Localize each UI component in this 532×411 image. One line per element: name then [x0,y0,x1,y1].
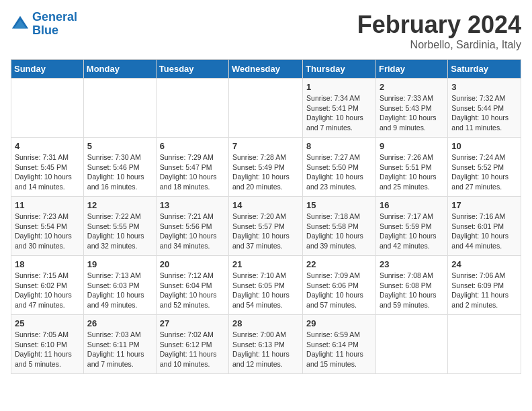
day-number: 12 [87,200,152,210]
day-info: Sunrise: 7:28 AMSunset: 5:49 PMDaylight:… [232,152,299,192]
header-friday: Friday [375,60,447,79]
week-row-0: 1Sunrise: 7:34 AMSunset: 5:41 PMDaylight… [11,79,521,138]
day-info: Sunrise: 7:22 AMSunset: 5:55 PMDaylight:… [87,212,152,251]
day-number: 29 [306,318,372,328]
day-info: Sunrise: 7:29 AMSunset: 5:47 PMDaylight:… [160,152,225,192]
day-info: Sunrise: 7:27 AMSunset: 5:50 PMDaylight:… [306,152,372,192]
day-info: Sunrise: 7:00 AMSunset: 6:13 PMDaylight:… [232,330,299,369]
day-number: 17 [451,200,517,210]
day-info: Sunrise: 7:03 AMSunset: 6:11 PMDaylight:… [87,330,152,369]
day-number: 7 [232,141,299,151]
day-number: 15 [306,200,372,210]
calendar-cell: 12Sunrise: 7:22 AMSunset: 5:55 PMDayligh… [83,197,156,256]
logo-text: General Blue [32,11,77,38]
calendar-header-row: SundayMondayTuesdayWednesdayThursdayFrid… [11,60,521,79]
calendar-table: SundayMondayTuesdayWednesdayThursdayFrid… [11,59,521,374]
day-info: Sunrise: 7:05 AMSunset: 6:10 PMDaylight:… [15,330,80,369]
calendar-body: 1Sunrise: 7:34 AMSunset: 5:41 PMDaylight… [11,79,521,374]
calendar-cell: 17Sunrise: 7:16 AMSunset: 6:01 PMDayligh… [448,197,521,256]
calendar-cell: 28Sunrise: 7:00 AMSunset: 6:13 PMDayligh… [229,315,303,374]
day-info: Sunrise: 7:30 AMSunset: 5:46 PMDaylight:… [87,152,152,192]
calendar-cell: 9Sunrise: 7:26 AMSunset: 5:51 PMDaylight… [375,138,447,197]
header-thursday: Thursday [303,60,376,79]
week-row-1: 4Sunrise: 7:31 AMSunset: 5:45 PMDaylight… [11,138,521,197]
month-title: February 2024 [357,11,521,39]
calendar-cell: 23Sunrise: 7:08 AMSunset: 6:08 PMDayligh… [375,256,447,315]
calendar-cell: 25Sunrise: 7:05 AMSunset: 6:10 PMDayligh… [11,315,84,374]
day-info: Sunrise: 7:15 AMSunset: 6:02 PMDaylight:… [15,271,80,310]
subtitle: Norbello, Sardinia, Italy [357,39,521,51]
calendar-cell: 2Sunrise: 7:33 AMSunset: 5:43 PMDaylight… [375,79,447,138]
day-number: 25 [15,318,80,328]
day-number: 4 [15,141,80,151]
day-number: 1 [306,82,372,92]
day-info: Sunrise: 7:08 AMSunset: 6:08 PMDaylight:… [380,271,444,310]
day-number: 2 [380,82,444,92]
day-number: 23 [380,259,444,269]
calendar-cell [375,315,447,374]
day-number: 26 [87,318,152,328]
day-number: 22 [306,259,372,269]
day-number: 11 [15,200,80,210]
day-number: 3 [451,82,517,92]
day-number: 5 [87,141,152,151]
day-number: 14 [232,200,299,210]
calendar-cell: 27Sunrise: 7:02 AMSunset: 6:12 PMDayligh… [156,315,228,374]
day-number: 10 [451,141,517,151]
week-row-3: 18Sunrise: 7:15 AMSunset: 6:02 PMDayligh… [11,256,521,315]
calendar-cell: 13Sunrise: 7:21 AMSunset: 5:56 PMDayligh… [156,197,228,256]
day-number: 16 [380,200,444,210]
calendar-cell: 18Sunrise: 7:15 AMSunset: 6:02 PMDayligh… [11,256,84,315]
calendar-cell: 6Sunrise: 7:29 AMSunset: 5:47 PMDaylight… [156,138,228,197]
calendar-cell: 19Sunrise: 7:13 AMSunset: 6:03 PMDayligh… [83,256,156,315]
day-info: Sunrise: 7:02 AMSunset: 6:12 PMDaylight:… [160,330,225,369]
calendar-cell: 22Sunrise: 7:09 AMSunset: 6:06 PMDayligh… [303,256,376,315]
calendar-cell [448,315,521,374]
day-info: Sunrise: 7:33 AMSunset: 5:43 PMDaylight:… [380,93,444,133]
calendar-cell: 24Sunrise: 7:06 AMSunset: 6:09 PMDayligh… [448,256,521,315]
day-number: 6 [160,141,225,151]
day-number: 21 [232,259,299,269]
header-tuesday: Tuesday [156,60,228,79]
day-info: Sunrise: 6:59 AMSunset: 6:14 PMDaylight:… [306,330,372,369]
calendar-cell: 11Sunrise: 7:23 AMSunset: 5:54 PMDayligh… [11,197,84,256]
day-info: Sunrise: 7:06 AMSunset: 6:09 PMDaylight:… [451,271,517,310]
day-info: Sunrise: 7:20 AMSunset: 5:57 PMDaylight:… [232,212,299,251]
calendar-cell: 16Sunrise: 7:17 AMSunset: 5:59 PMDayligh… [375,197,447,256]
header-monday: Monday [83,60,156,79]
calendar-cell: 26Sunrise: 7:03 AMSunset: 6:11 PMDayligh… [83,315,156,374]
day-info: Sunrise: 7:31 AMSunset: 5:45 PMDaylight:… [15,152,80,192]
day-info: Sunrise: 7:18 AMSunset: 5:58 PMDaylight:… [306,212,372,251]
calendar-cell: 10Sunrise: 7:24 AMSunset: 5:52 PMDayligh… [448,138,521,197]
calendar-cell: 3Sunrise: 7:32 AMSunset: 5:44 PMDaylight… [448,79,521,138]
day-info: Sunrise: 7:34 AMSunset: 5:41 PMDaylight:… [306,93,372,133]
day-info: Sunrise: 7:26 AMSunset: 5:51 PMDaylight:… [380,152,444,192]
day-info: Sunrise: 7:23 AMSunset: 5:54 PMDaylight:… [15,212,80,251]
calendar-cell: 7Sunrise: 7:28 AMSunset: 5:49 PMDaylight… [229,138,303,197]
header-sunday: Sunday [11,60,84,79]
week-row-4: 25Sunrise: 7:05 AMSunset: 6:10 PMDayligh… [11,315,521,374]
week-row-2: 11Sunrise: 7:23 AMSunset: 5:54 PMDayligh… [11,197,521,256]
calendar-cell [11,79,84,138]
day-info: Sunrise: 7:24 AMSunset: 5:52 PMDaylight:… [451,152,517,192]
day-info: Sunrise: 7:10 AMSunset: 6:05 PMDaylight:… [232,271,299,310]
logo: General Blue [11,11,77,38]
day-number: 18 [15,259,80,269]
day-info: Sunrise: 7:32 AMSunset: 5:44 PMDaylight:… [451,93,517,133]
calendar-cell: 5Sunrise: 7:30 AMSunset: 5:46 PMDaylight… [83,138,156,197]
day-number: 28 [232,318,299,328]
calendar-cell: 15Sunrise: 7:18 AMSunset: 5:58 PMDayligh… [303,197,376,256]
day-info: Sunrise: 7:16 AMSunset: 6:01 PMDaylight:… [451,212,517,251]
day-number: 9 [380,141,444,151]
day-number: 27 [160,318,225,328]
page-header: General Blue February 2024 Norbello, Sar… [11,11,521,51]
header-saturday: Saturday [448,60,521,79]
day-info: Sunrise: 7:09 AMSunset: 6:06 PMDaylight:… [306,271,372,310]
calendar-cell: 8Sunrise: 7:27 AMSunset: 5:50 PMDaylight… [303,138,376,197]
day-number: 20 [160,259,225,269]
calendar-cell: 1Sunrise: 7:34 AMSunset: 5:41 PMDaylight… [303,79,376,138]
calendar-cell: 20Sunrise: 7:12 AMSunset: 6:04 PMDayligh… [156,256,228,315]
day-info: Sunrise: 7:17 AMSunset: 5:59 PMDaylight:… [380,212,444,251]
calendar-cell [83,79,156,138]
day-info: Sunrise: 7:21 AMSunset: 5:56 PMDaylight:… [160,212,225,251]
